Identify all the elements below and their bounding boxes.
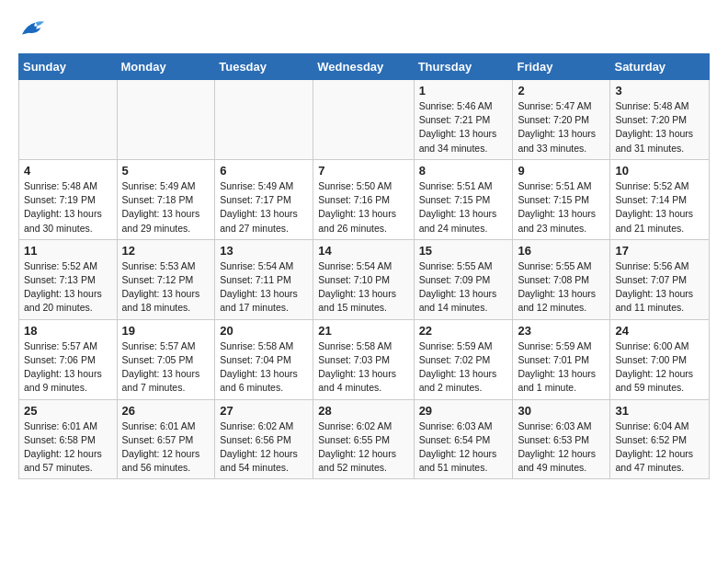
calendar-header-row: SundayMondayTuesdayWednesdayThursdayFrid… bbox=[19, 54, 710, 80]
calendar-week-row: 25Sunrise: 6:01 AM Sunset: 6:58 PM Dayli… bbox=[19, 399, 710, 479]
calendar-cell: 22Sunrise: 5:59 AM Sunset: 7:02 PM Dayli… bbox=[414, 319, 513, 399]
calendar-cell: 9Sunrise: 5:51 AM Sunset: 7:15 PM Daylig… bbox=[513, 159, 610, 239]
day-number: 20 bbox=[220, 324, 308, 338]
day-number: 30 bbox=[518, 404, 605, 418]
day-number: 9 bbox=[518, 164, 605, 178]
day-content: Sunrise: 5:52 AM Sunset: 7:14 PM Dayligh… bbox=[615, 179, 704, 236]
day-number: 25 bbox=[24, 404, 112, 418]
calendar-cell bbox=[19, 80, 118, 160]
day-content: Sunrise: 5:58 AM Sunset: 7:04 PM Dayligh… bbox=[220, 339, 308, 396]
calendar-cell: 24Sunrise: 6:00 AM Sunset: 7:00 PM Dayli… bbox=[610, 319, 710, 399]
calendar-week-row: 11Sunrise: 5:52 AM Sunset: 7:13 PM Dayli… bbox=[19, 239, 710, 319]
day-content: Sunrise: 5:59 AM Sunset: 7:02 PM Dayligh… bbox=[419, 339, 508, 396]
day-number: 14 bbox=[318, 244, 408, 258]
weekday-header-friday: Friday bbox=[513, 54, 610, 80]
day-content: Sunrise: 5:55 AM Sunset: 7:08 PM Dayligh… bbox=[518, 259, 605, 316]
day-content: Sunrise: 5:54 AM Sunset: 7:11 PM Dayligh… bbox=[220, 259, 308, 316]
day-number: 12 bbox=[122, 244, 210, 258]
calendar-cell: 31Sunrise: 6:04 AM Sunset: 6:52 PM Dayli… bbox=[610, 399, 710, 479]
weekday-header-saturday: Saturday bbox=[610, 54, 710, 80]
weekday-header-sunday: Sunday bbox=[19, 54, 118, 80]
logo bbox=[18, 18, 46, 39]
day-number: 5 bbox=[122, 164, 210, 178]
calendar-cell: 11Sunrise: 5:52 AM Sunset: 7:13 PM Dayli… bbox=[19, 239, 118, 319]
calendar-cell bbox=[313, 80, 414, 160]
calendar-cell: 6Sunrise: 5:49 AM Sunset: 7:17 PM Daylig… bbox=[215, 159, 313, 239]
day-content: Sunrise: 5:57 AM Sunset: 7:05 PM Dayligh… bbox=[122, 339, 210, 396]
day-number: 2 bbox=[518, 84, 605, 98]
calendar-cell: 15Sunrise: 5:55 AM Sunset: 7:09 PM Dayli… bbox=[414, 239, 513, 319]
calendar-cell: 7Sunrise: 5:50 AM Sunset: 7:16 PM Daylig… bbox=[313, 159, 414, 239]
weekday-header-tuesday: Tuesday bbox=[215, 54, 313, 80]
weekday-header-thursday: Thursday bbox=[414, 54, 513, 80]
calendar-cell: 30Sunrise: 6:03 AM Sunset: 6:53 PM Dayli… bbox=[513, 399, 610, 479]
calendar-cell bbox=[215, 80, 313, 160]
day-content: Sunrise: 5:49 AM Sunset: 7:18 PM Dayligh… bbox=[122, 179, 210, 236]
day-number: 16 bbox=[518, 244, 605, 258]
day-number: 7 bbox=[318, 164, 408, 178]
day-number: 26 bbox=[122, 404, 210, 418]
day-number: 4 bbox=[24, 164, 112, 178]
day-content: Sunrise: 5:48 AM Sunset: 7:20 PM Dayligh… bbox=[615, 99, 704, 155]
day-number: 18 bbox=[24, 324, 112, 338]
day-number: 23 bbox=[518, 324, 605, 338]
calendar-cell: 13Sunrise: 5:54 AM Sunset: 7:11 PM Dayli… bbox=[215, 239, 313, 319]
calendar-week-row: 18Sunrise: 5:57 AM Sunset: 7:06 PM Dayli… bbox=[19, 319, 710, 399]
day-content: Sunrise: 6:03 AM Sunset: 6:54 PM Dayligh… bbox=[419, 419, 508, 476]
day-number: 15 bbox=[419, 244, 508, 258]
calendar-cell: 17Sunrise: 5:56 AM Sunset: 7:07 PM Dayli… bbox=[610, 239, 710, 319]
day-number: 21 bbox=[318, 324, 408, 338]
day-content: Sunrise: 6:01 AM Sunset: 6:58 PM Dayligh… bbox=[24, 419, 112, 476]
day-content: Sunrise: 5:55 AM Sunset: 7:09 PM Dayligh… bbox=[419, 259, 508, 316]
day-number: 6 bbox=[220, 164, 308, 178]
calendar-cell: 19Sunrise: 5:57 AM Sunset: 7:05 PM Dayli… bbox=[117, 319, 215, 399]
calendar-cell: 28Sunrise: 6:02 AM Sunset: 6:55 PM Dayli… bbox=[313, 399, 414, 479]
calendar-cell: 16Sunrise: 5:55 AM Sunset: 7:08 PM Dayli… bbox=[513, 239, 610, 319]
calendar-week-row: 1Sunrise: 5:46 AM Sunset: 7:21 PM Daylig… bbox=[19, 80, 710, 160]
day-content: Sunrise: 5:48 AM Sunset: 7:19 PM Dayligh… bbox=[24, 179, 112, 236]
calendar-cell bbox=[117, 80, 215, 160]
day-content: Sunrise: 5:54 AM Sunset: 7:10 PM Dayligh… bbox=[318, 259, 408, 316]
calendar-cell: 27Sunrise: 6:02 AM Sunset: 6:56 PM Dayli… bbox=[215, 399, 313, 479]
day-content: Sunrise: 5:59 AM Sunset: 7:01 PM Dayligh… bbox=[518, 339, 605, 396]
day-number: 1 bbox=[419, 84, 508, 98]
calendar-cell: 18Sunrise: 5:57 AM Sunset: 7:06 PM Dayli… bbox=[19, 319, 118, 399]
calendar-cell: 12Sunrise: 5:53 AM Sunset: 7:12 PM Dayli… bbox=[117, 239, 215, 319]
day-content: Sunrise: 5:56 AM Sunset: 7:07 PM Dayligh… bbox=[615, 259, 704, 316]
day-content: Sunrise: 6:01 AM Sunset: 6:57 PM Dayligh… bbox=[122, 419, 210, 476]
day-content: Sunrise: 5:47 AM Sunset: 7:20 PM Dayligh… bbox=[518, 99, 605, 155]
day-number: 10 bbox=[615, 164, 704, 178]
day-content: Sunrise: 5:49 AM Sunset: 7:17 PM Dayligh… bbox=[220, 179, 308, 236]
day-content: Sunrise: 6:00 AM Sunset: 7:00 PM Dayligh… bbox=[615, 339, 704, 396]
calendar-cell: 26Sunrise: 6:01 AM Sunset: 6:57 PM Dayli… bbox=[117, 399, 215, 479]
day-number: 28 bbox=[318, 404, 408, 418]
day-content: Sunrise: 5:46 AM Sunset: 7:21 PM Dayligh… bbox=[419, 99, 508, 155]
day-content: Sunrise: 6:02 AM Sunset: 6:56 PM Dayligh… bbox=[220, 419, 308, 476]
calendar-cell: 5Sunrise: 5:49 AM Sunset: 7:18 PM Daylig… bbox=[117, 159, 215, 239]
day-number: 27 bbox=[220, 404, 308, 418]
day-number: 31 bbox=[615, 404, 704, 418]
calendar-week-row: 4Sunrise: 5:48 AM Sunset: 7:19 PM Daylig… bbox=[19, 159, 710, 239]
calendar-table: SundayMondayTuesdayWednesdayThursdayFrid… bbox=[18, 53, 710, 479]
day-content: Sunrise: 5:51 AM Sunset: 7:15 PM Dayligh… bbox=[419, 179, 508, 236]
day-number: 29 bbox=[419, 404, 508, 418]
day-content: Sunrise: 5:52 AM Sunset: 7:13 PM Dayligh… bbox=[24, 259, 112, 316]
calendar-cell: 20Sunrise: 5:58 AM Sunset: 7:04 PM Dayli… bbox=[215, 319, 313, 399]
day-number: 3 bbox=[615, 84, 704, 98]
calendar-cell: 3Sunrise: 5:48 AM Sunset: 7:20 PM Daylig… bbox=[610, 80, 710, 160]
calendar-cell: 25Sunrise: 6:01 AM Sunset: 6:58 PM Dayli… bbox=[19, 399, 118, 479]
day-number: 8 bbox=[419, 164, 508, 178]
day-number: 22 bbox=[419, 324, 508, 338]
day-content: Sunrise: 6:03 AM Sunset: 6:53 PM Dayligh… bbox=[518, 419, 605, 476]
calendar-cell: 2Sunrise: 5:47 AM Sunset: 7:20 PM Daylig… bbox=[513, 80, 610, 160]
weekday-header-monday: Monday bbox=[117, 54, 215, 80]
day-number: 11 bbox=[24, 244, 112, 258]
day-content: Sunrise: 5:50 AM Sunset: 7:16 PM Dayligh… bbox=[318, 179, 408, 236]
calendar-cell: 1Sunrise: 5:46 AM Sunset: 7:21 PM Daylig… bbox=[414, 80, 513, 160]
day-number: 24 bbox=[615, 324, 704, 338]
day-content: Sunrise: 5:53 AM Sunset: 7:12 PM Dayligh… bbox=[122, 259, 210, 316]
logo-bird-icon bbox=[20, 18, 46, 39]
page-header bbox=[18, 18, 710, 39]
day-content: Sunrise: 6:02 AM Sunset: 6:55 PM Dayligh… bbox=[318, 419, 408, 476]
day-content: Sunrise: 5:57 AM Sunset: 7:06 PM Dayligh… bbox=[24, 339, 112, 396]
